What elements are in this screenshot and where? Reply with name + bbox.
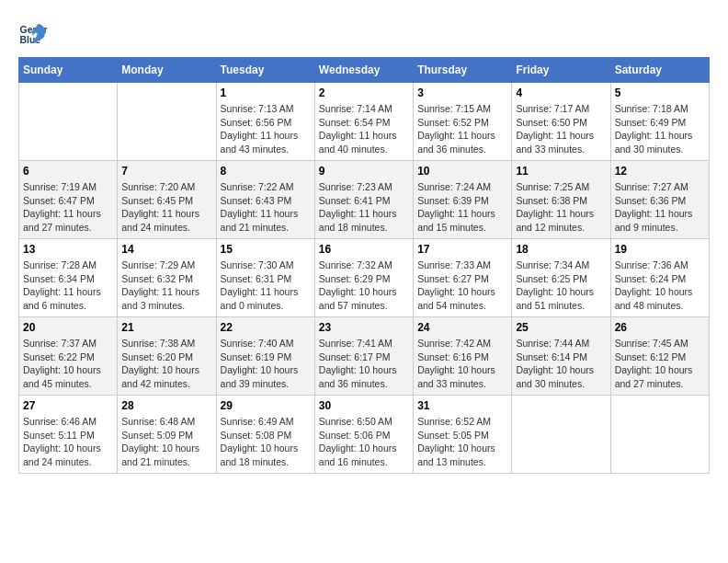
day-number: 16 bbox=[319, 243, 409, 256]
day-detail: Sunrise: 7:40 AMSunset: 6:19 PMDaylight:… bbox=[221, 337, 311, 391]
weekday-header-thursday: Thursday bbox=[414, 58, 512, 83]
calendar-cell: 13Sunrise: 7:28 AMSunset: 6:34 PMDayligh… bbox=[19, 239, 118, 317]
day-number: 6 bbox=[23, 165, 113, 178]
calendar-cell: 15Sunrise: 7:30 AMSunset: 6:31 PMDayligh… bbox=[216, 239, 314, 317]
day-number: 17 bbox=[417, 243, 507, 256]
day-number: 29 bbox=[221, 399, 311, 412]
calendar-cell: 29Sunrise: 6:49 AMSunset: 5:08 PMDayligh… bbox=[216, 396, 314, 474]
calendar-cell: 22Sunrise: 7:40 AMSunset: 6:19 PMDayligh… bbox=[216, 317, 314, 396]
day-detail: Sunrise: 6:50 AMSunset: 5:06 PMDaylight:… bbox=[319, 415, 409, 469]
day-number: 22 bbox=[221, 321, 311, 334]
calendar-week-row: 6Sunrise: 7:19 AMSunset: 6:47 PMDaylight… bbox=[19, 161, 710, 239]
day-number: 15 bbox=[221, 243, 311, 256]
weekday-header-monday: Monday bbox=[118, 58, 216, 83]
day-number: 18 bbox=[516, 243, 606, 256]
day-number: 7 bbox=[121, 165, 211, 178]
calendar-week-row: 27Sunrise: 6:46 AMSunset: 5:11 PMDayligh… bbox=[19, 396, 710, 474]
day-detail: Sunrise: 7:17 AMSunset: 6:50 PMDaylight:… bbox=[516, 102, 606, 156]
calendar-cell: 6Sunrise: 7:19 AMSunset: 6:47 PMDaylight… bbox=[19, 161, 118, 239]
day-number: 5 bbox=[615, 86, 705, 99]
day-detail: Sunrise: 7:23 AMSunset: 6:41 PMDaylight:… bbox=[319, 180, 409, 235]
calendar-cell: 18Sunrise: 7:34 AMSunset: 6:25 PMDayligh… bbox=[512, 239, 610, 317]
calendar-cell bbox=[512, 396, 610, 474]
day-number: 26 bbox=[615, 321, 705, 334]
day-detail: Sunrise: 7:19 AMSunset: 6:47 PMDaylight:… bbox=[23, 180, 113, 235]
day-number: 19 bbox=[615, 243, 705, 256]
day-number: 11 bbox=[516, 165, 606, 178]
day-detail: Sunrise: 7:34 AMSunset: 6:25 PMDaylight:… bbox=[516, 259, 606, 313]
calendar-cell: 31Sunrise: 6:52 AMSunset: 5:05 PMDayligh… bbox=[414, 396, 512, 474]
weekday-header-sunday: Sunday bbox=[19, 58, 118, 83]
weekday-header-friday: Friday bbox=[512, 58, 610, 83]
day-detail: Sunrise: 7:29 AMSunset: 6:32 PMDaylight:… bbox=[121, 259, 211, 313]
calendar-cell: 9Sunrise: 7:23 AMSunset: 6:41 PMDaylight… bbox=[314, 161, 413, 239]
calendar-cell: 17Sunrise: 7:33 AMSunset: 6:27 PMDayligh… bbox=[414, 239, 512, 317]
calendar-cell: 4Sunrise: 7:17 AMSunset: 6:50 PMDaylight… bbox=[512, 83, 610, 161]
day-detail: Sunrise: 7:32 AMSunset: 6:29 PMDaylight:… bbox=[319, 259, 409, 313]
weekday-header-wednesday: Wednesday bbox=[314, 58, 413, 83]
weekday-header-saturday: Saturday bbox=[610, 58, 709, 83]
calendar-cell bbox=[610, 396, 709, 474]
day-number: 23 bbox=[319, 321, 409, 334]
calendar-cell: 23Sunrise: 7:41 AMSunset: 6:17 PMDayligh… bbox=[314, 317, 413, 396]
day-number: 9 bbox=[319, 165, 409, 178]
day-number: 21 bbox=[121, 321, 211, 334]
day-detail: Sunrise: 7:33 AMSunset: 6:27 PMDaylight:… bbox=[417, 259, 507, 313]
day-detail: Sunrise: 7:45 AMSunset: 6:12 PMDaylight:… bbox=[615, 337, 705, 391]
day-number: 20 bbox=[23, 321, 113, 334]
calendar-cell: 20Sunrise: 7:37 AMSunset: 6:22 PMDayligh… bbox=[19, 317, 118, 396]
calendar-cell: 11Sunrise: 7:25 AMSunset: 6:38 PMDayligh… bbox=[512, 161, 610, 239]
day-detail: Sunrise: 6:46 AMSunset: 5:11 PMDaylight:… bbox=[23, 415, 113, 469]
calendar-cell: 5Sunrise: 7:18 AMSunset: 6:49 PMDaylight… bbox=[610, 83, 709, 161]
weekday-header-tuesday: Tuesday bbox=[216, 58, 314, 83]
calendar-table: SundayMondayTuesdayWednesdayThursdayFrid… bbox=[18, 57, 710, 474]
day-detail: Sunrise: 7:41 AMSunset: 6:17 PMDaylight:… bbox=[319, 337, 409, 391]
calendar-cell: 16Sunrise: 7:32 AMSunset: 6:29 PMDayligh… bbox=[314, 239, 413, 317]
day-detail: Sunrise: 7:42 AMSunset: 6:16 PMDaylight:… bbox=[417, 337, 507, 391]
day-detail: Sunrise: 7:44 AMSunset: 6:14 PMDaylight:… bbox=[516, 337, 606, 391]
weekday-header-row: SundayMondayTuesdayWednesdayThursdayFrid… bbox=[19, 58, 710, 83]
day-detail: Sunrise: 6:52 AMSunset: 5:05 PMDaylight:… bbox=[417, 415, 507, 469]
page-header: General Blue bbox=[18, 18, 710, 48]
day-detail: Sunrise: 7:20 AMSunset: 6:45 PMDaylight:… bbox=[121, 180, 211, 235]
day-number: 3 bbox=[417, 86, 507, 99]
day-detail: Sunrise: 7:36 AMSunset: 6:24 PMDaylight:… bbox=[615, 259, 705, 313]
day-number: 4 bbox=[516, 86, 606, 99]
day-number: 27 bbox=[23, 399, 113, 412]
day-number: 1 bbox=[221, 86, 311, 99]
day-detail: Sunrise: 7:13 AMSunset: 6:56 PMDaylight:… bbox=[221, 102, 311, 156]
day-number: 25 bbox=[516, 321, 606, 334]
calendar-cell: 19Sunrise: 7:36 AMSunset: 6:24 PMDayligh… bbox=[610, 239, 709, 317]
day-detail: Sunrise: 7:28 AMSunset: 6:34 PMDaylight:… bbox=[23, 259, 113, 313]
calendar-cell: 26Sunrise: 7:45 AMSunset: 6:12 PMDayligh… bbox=[610, 317, 709, 396]
calendar-cell: 21Sunrise: 7:38 AMSunset: 6:20 PMDayligh… bbox=[118, 317, 216, 396]
day-detail: Sunrise: 7:15 AMSunset: 6:52 PMDaylight:… bbox=[417, 102, 507, 156]
calendar-cell: 24Sunrise: 7:42 AMSunset: 6:16 PMDayligh… bbox=[414, 317, 512, 396]
logo-icon: General Blue bbox=[18, 18, 48, 48]
calendar-cell: 7Sunrise: 7:20 AMSunset: 6:45 PMDaylight… bbox=[118, 161, 216, 239]
day-number: 31 bbox=[417, 399, 507, 412]
logo: General Blue bbox=[18, 18, 51, 48]
day-detail: Sunrise: 7:22 AMSunset: 6:43 PMDaylight:… bbox=[221, 180, 311, 235]
day-detail: Sunrise: 7:18 AMSunset: 6:49 PMDaylight:… bbox=[615, 102, 705, 156]
calendar-week-row: 13Sunrise: 7:28 AMSunset: 6:34 PMDayligh… bbox=[19, 239, 710, 317]
calendar-cell bbox=[118, 83, 216, 161]
day-number: 14 bbox=[121, 243, 211, 256]
day-number: 12 bbox=[615, 165, 705, 178]
day-detail: Sunrise: 6:48 AMSunset: 5:09 PMDaylight:… bbox=[121, 415, 211, 469]
day-number: 13 bbox=[23, 243, 113, 256]
calendar-cell: 27Sunrise: 6:46 AMSunset: 5:11 PMDayligh… bbox=[19, 396, 118, 474]
calendar-cell: 2Sunrise: 7:14 AMSunset: 6:54 PMDaylight… bbox=[314, 83, 413, 161]
day-number: 10 bbox=[417, 165, 507, 178]
day-detail: Sunrise: 7:14 AMSunset: 6:54 PMDaylight:… bbox=[319, 102, 409, 156]
calendar-cell: 28Sunrise: 6:48 AMSunset: 5:09 PMDayligh… bbox=[118, 396, 216, 474]
calendar-cell bbox=[19, 83, 118, 161]
calendar-cell: 8Sunrise: 7:22 AMSunset: 6:43 PMDaylight… bbox=[216, 161, 314, 239]
day-number: 2 bbox=[319, 86, 409, 99]
calendar-cell: 30Sunrise: 6:50 AMSunset: 5:06 PMDayligh… bbox=[314, 396, 413, 474]
day-detail: Sunrise: 6:49 AMSunset: 5:08 PMDaylight:… bbox=[221, 415, 311, 469]
day-detail: Sunrise: 7:25 AMSunset: 6:38 PMDaylight:… bbox=[516, 180, 606, 235]
calendar-cell: 25Sunrise: 7:44 AMSunset: 6:14 PMDayligh… bbox=[512, 317, 610, 396]
day-detail: Sunrise: 7:38 AMSunset: 6:20 PMDaylight:… bbox=[121, 337, 211, 391]
calendar-cell: 10Sunrise: 7:24 AMSunset: 6:39 PMDayligh… bbox=[414, 161, 512, 239]
